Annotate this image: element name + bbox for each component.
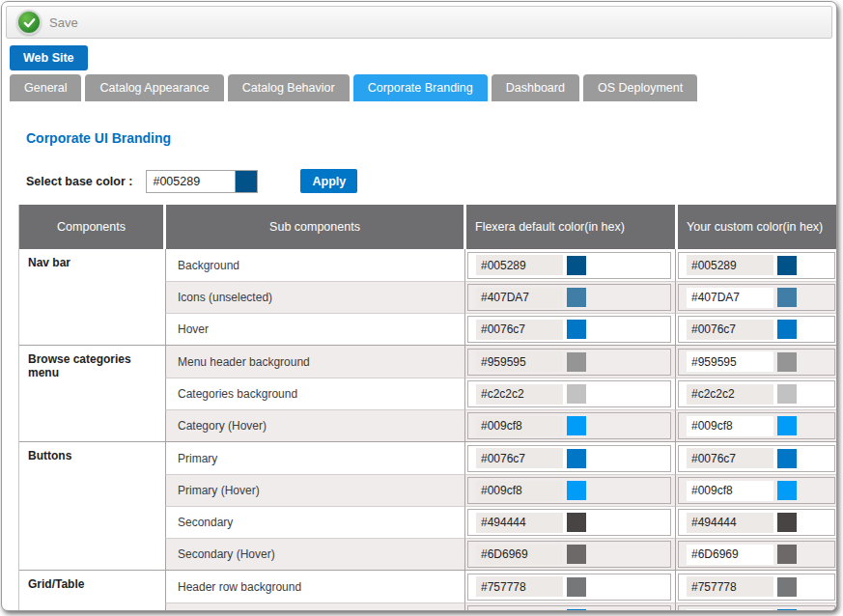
custom-hex-input[interactable] [687, 384, 773, 405]
sub-component-cell: Icons (unselected) [165, 281, 464, 313]
custom-hex-input[interactable] [687, 576, 773, 597]
default-color-cell [464, 442, 675, 474]
page-title: Corporate UI Branding [26, 130, 836, 146]
default-color-box [467, 445, 671, 472]
custom-color-cell [675, 538, 837, 570]
branding-table: Components Sub components Flexera defaul… [18, 205, 837, 611]
custom-color-swatch[interactable] [777, 416, 797, 435]
sub-component-cell: Primary [165, 442, 464, 474]
custom-color-cell [675, 346, 837, 378]
custom-hex-input[interactable] [687, 448, 773, 468]
custom-hex-input[interactable] [687, 513, 773, 533]
custom-color-cell [675, 474, 837, 506]
default-color-box [467, 574, 671, 601]
default-color-box [467, 349, 671, 376]
custom-hex-input[interactable] [687, 320, 773, 340]
default-color-box [467, 477, 671, 504]
default-color-box [467, 380, 671, 407]
default-color-cell [464, 602, 675, 611]
sub-component-cell: Primary (Hover) [165, 474, 464, 506]
sub-component-cell: Selected row background [165, 602, 464, 611]
default-hex-input [476, 576, 563, 597]
custom-color-cell [675, 571, 837, 602]
toolbar: Save [6, 6, 832, 39]
custom-color-cell [675, 281, 837, 313]
apply-button[interactable]: Apply [300, 169, 357, 193]
tab-os-deployment[interactable]: OS Deployment [583, 74, 697, 101]
custom-color-swatch[interactable] [777, 352, 797, 372]
header-default-color: Flexera default color(in hex) [466, 205, 675, 249]
default-color-cell [464, 281, 675, 313]
custom-hex-input[interactable] [687, 351, 773, 372]
custom-color-box [678, 252, 835, 279]
default-color-swatch [567, 416, 586, 435]
custom-color-swatch[interactable] [777, 256, 797, 275]
tab-corporate-branding[interactable]: Corporate Branding [353, 74, 488, 101]
custom-color-cell [675, 506, 837, 538]
base-color-input[interactable] [146, 170, 236, 193]
table-header-row: Components Sub components Flexera defaul… [19, 205, 837, 249]
custom-hex-input[interactable] [687, 288, 773, 308]
custom-color-swatch[interactable] [777, 320, 797, 339]
header-custom-color: Your custom color(in hex) [678, 205, 837, 249]
default-color-swatch [567, 320, 586, 339]
default-color-box [467, 284, 671, 311]
default-color-cell [464, 538, 675, 570]
custom-color-swatch[interactable] [777, 481, 797, 500]
sub-component-cell: Menu header background [165, 346, 464, 378]
save-label: Save [49, 15, 78, 30]
custom-color-swatch[interactable] [777, 513, 797, 532]
default-color-box [467, 509, 671, 536]
component-cell: Buttons [19, 442, 165, 570]
component-cell: Browse categories menu [19, 346, 165, 441]
custom-hex-input[interactable] [687, 609, 773, 612]
custom-color-swatch[interactable] [777, 577, 797, 597]
default-color-swatch [567, 256, 586, 275]
custom-color-box [678, 445, 835, 472]
default-color-cell [464, 346, 675, 378]
component-group: Grid/TableHeader row backgroundSelected … [19, 571, 837, 611]
default-hex-input [476, 481, 563, 501]
default-color-box [467, 605, 671, 611]
custom-color-cell [675, 602, 837, 611]
custom-hex-input[interactable] [687, 545, 773, 565]
settings-window: Save Web Site GeneralCatalog AppearanceC… [1, 1, 837, 611]
default-color-swatch [567, 513, 586, 532]
custom-color-swatch[interactable] [777, 609, 797, 611]
default-color-box [467, 252, 671, 279]
custom-hex-input[interactable] [687, 255, 773, 275]
custom-color-swatch[interactable] [777, 384, 797, 404]
custom-color-swatch[interactable] [777, 449, 797, 468]
base-color-swatch[interactable] [235, 170, 258, 193]
custom-color-swatch[interactable] [777, 288, 797, 307]
tab-general[interactable]: General [10, 74, 81, 101]
default-hex-input [476, 448, 563, 468]
tab-dashboard[interactable]: Dashboard [492, 74, 579, 101]
custom-color-box [678, 605, 835, 611]
header-components: Components [19, 205, 163, 249]
tab-catalog-appearance[interactable]: Catalog Appearance [85, 74, 223, 101]
custom-color-cell [675, 249, 837, 281]
custom-color-swatch[interactable] [777, 545, 797, 564]
custom-hex-input[interactable] [687, 481, 773, 501]
default-hex-input [476, 545, 563, 565]
sub-component-cell: Hover [165, 313, 464, 345]
component-cell: Grid/Table [19, 571, 165, 611]
sub-component-cell: Background [165, 249, 464, 281]
save-button[interactable]: Save [16, 10, 78, 35]
tab-bar: GeneralCatalog AppearanceCatalog Behavio… [10, 74, 836, 101]
default-color-swatch [567, 577, 586, 597]
header-sub-components: Sub components [166, 205, 464, 249]
base-color-label: Select base color : [26, 175, 132, 188]
default-hex-input [476, 609, 563, 612]
custom-color-cell [675, 378, 837, 409]
sub-component-cell: Secondary [165, 506, 464, 538]
tab-web-site[interactable]: Web Site [10, 45, 88, 70]
custom-hex-input[interactable] [687, 416, 773, 436]
tab-catalog-behavior[interactable]: Catalog Behavior [228, 74, 350, 101]
default-color-swatch [567, 288, 586, 307]
custom-color-cell [675, 313, 837, 345]
sub-component-cell: Category (Hover) [165, 409, 464, 441]
table-body: Nav barBackgroundIcons (unselected)Hover… [19, 249, 837, 611]
default-hex-input [476, 351, 563, 372]
